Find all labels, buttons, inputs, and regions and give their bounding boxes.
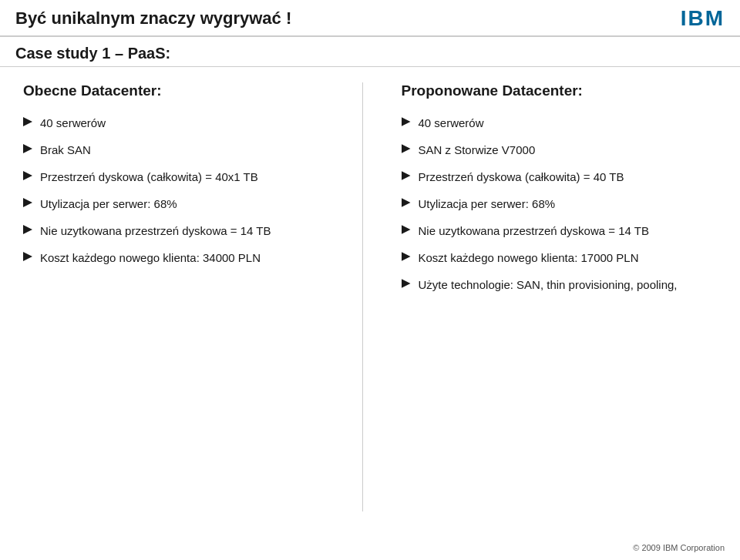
list-item-text: Brak SAN <box>40 142 91 158</box>
list-item-text: SAN z Storwize V7000 <box>419 142 536 158</box>
header-title: Być unikalnym znaczy wygrywać ! <box>15 8 291 29</box>
list-item-text: Nie uzytkowana przestrzeń dyskowa = 14 T… <box>419 223 649 239</box>
footer: © 2009 IBM Corporation <box>633 543 725 552</box>
bullet-icon <box>402 171 411 180</box>
list-item-text: Utylizacja per serwer: 68% <box>419 196 556 212</box>
list-item: Koszt każdego nowego klienta: 34000 PLN <box>23 250 339 266</box>
bullet-icon <box>402 279 411 288</box>
list-item: SAN z Storwize V7000 <box>402 142 718 158</box>
bullet-icon <box>23 252 32 261</box>
list-item: Utylizacja per serwer: 68% <box>402 196 718 212</box>
bullet-icon <box>402 252 411 261</box>
footer-text: © 2009 IBM Corporation <box>633 543 725 552</box>
bullet-icon <box>402 225 411 234</box>
list-item: Utylizacja per serwer: 68% <box>23 196 339 212</box>
left-bullet-list: 40 serwerówBrak SANPrzestrzeń dyskowa (c… <box>23 115 339 266</box>
bullet-icon <box>23 225 32 234</box>
list-item: Brak SAN <box>23 142 339 158</box>
list-item: Użyte technologie: SAN, thin provisionin… <box>402 277 718 293</box>
list-item-text: Nie uzytkowana przestrzeń dyskowa = 14 T… <box>40 223 271 239</box>
list-item-text: Koszt każdego nowego klienta: 34000 PLN <box>40 250 261 266</box>
right-bullet-list: 40 serwerówSAN z Storwize V7000Przestrze… <box>402 115 718 293</box>
list-item-text: Przestrzeń dyskowa (całkowita) = 40 TB <box>419 169 624 185</box>
list-item: 40 serwerów <box>23 115 339 131</box>
subheader-title: Case study 1 – PaaS: <box>15 45 170 62</box>
list-item-text: 40 serwerów <box>40 115 106 131</box>
bullet-icon <box>23 171 32 180</box>
left-section-heading: Obecne Datacenter: <box>23 82 339 99</box>
main-content: Obecne Datacenter: 40 serwerówBrak SANPr… <box>0 67 740 511</box>
list-item-text: Użyte technologie: SAN, thin provisionin… <box>419 277 678 293</box>
ibm-logo: IBM <box>681 8 725 29</box>
left-column: Obecne Datacenter: 40 serwerówBrak SANPr… <box>15 82 363 511</box>
bullet-icon <box>402 144 411 153</box>
list-item: Nie uzytkowana przestrzeń dyskowa = 14 T… <box>23 223 339 239</box>
bullet-icon <box>23 117 32 126</box>
list-item: Nie uzytkowana przestrzeń dyskowa = 14 T… <box>402 223 718 239</box>
list-item: Koszt każdego nowego klienta: 17000 PLN <box>402 250 718 266</box>
list-item: Przestrzeń dyskowa (całkowita) = 40 TB <box>402 169 718 185</box>
list-item: 40 serwerów <box>402 115 718 131</box>
list-item-text: 40 serwerów <box>419 115 484 131</box>
list-item-text: Utylizacja per serwer: 68% <box>40 196 177 212</box>
right-column: Proponowane Datacenter: 40 serwerówSAN z… <box>378 82 725 511</box>
list-item-text: Przestrzeń dyskowa (całkowita) = 40x1 TB <box>40 169 258 185</box>
bullet-icon <box>402 198 411 207</box>
bullet-icon <box>23 198 32 207</box>
header: Być unikalnym znaczy wygrywać ! IBM <box>0 0 740 37</box>
list-item-text: Koszt każdego nowego klienta: 17000 PLN <box>419 250 639 266</box>
ibm-logo-text: IBM <box>681 8 725 29</box>
subheader: Case study 1 – PaaS: <box>0 37 740 67</box>
bullet-icon <box>23 144 32 153</box>
bullet-icon <box>402 117 411 126</box>
right-section-heading: Proponowane Datacenter: <box>402 82 718 99</box>
list-item: Przestrzeń dyskowa (całkowita) = 40x1 TB <box>23 169 339 185</box>
